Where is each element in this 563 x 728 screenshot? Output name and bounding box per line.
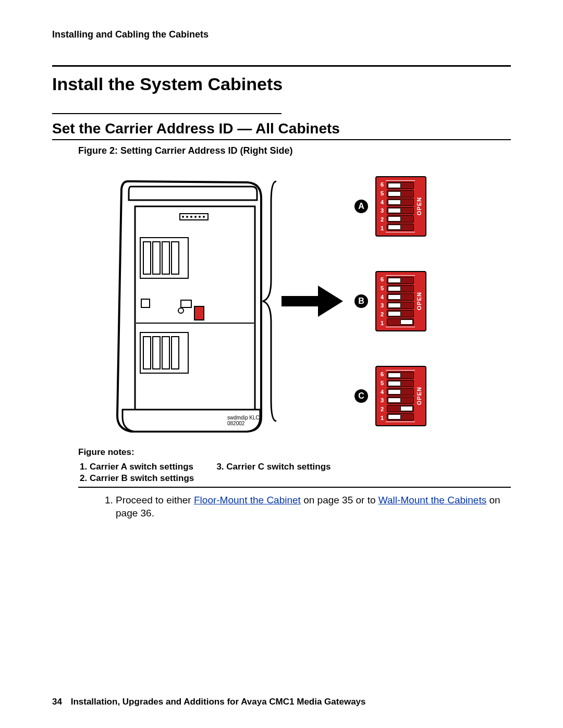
rule-top [52,65,511,67]
figure-notes: Carrier A switch settingsCarrier B switc… [78,462,511,485]
dip-knob [388,191,401,196]
dip-slot-5 [387,190,414,198]
dip-switch-column: A123456OPENB123456OPENC123456OPEN [354,166,459,437]
figure-notes-title: Figure notes: [78,447,511,458]
link-wall-mount[interactable]: Wall-Mount the Cabinets [378,495,486,505]
dip-knob [388,294,401,300]
dip-numbers: 123456 [378,369,386,423]
dip-knob [400,406,413,411]
dip-slot-1 [387,318,414,326]
svg-rect-9 [143,242,151,274]
dip-slot-6 [387,372,414,379]
svg-rect-22 [172,337,179,369]
dip-slot-2 [387,215,414,223]
svg-point-7 [203,216,205,218]
page-number: 34 [52,697,62,707]
carrier-label-a: A [354,200,368,213]
dip-slot-3 [387,302,414,309]
dip-knob [400,319,413,325]
dip-knob [388,200,401,205]
cabinet-illustration: swdmdip KLC 082002 [104,166,271,437]
dip-slot-5 [387,285,414,292]
dip-knob [388,373,401,378]
rule-under-notes [78,487,511,488]
dip-slot-1 [387,224,414,231]
dip-knob [388,381,401,386]
dip-open-label: OPEN [415,179,423,233]
figure-note-item: Carrier A switch settings [90,462,194,472]
dip-slot-2 [387,405,414,412]
dip-row-c: C123456OPEN [354,366,459,426]
dip-sliders [386,180,415,232]
dip-slot-4 [387,388,414,396]
dip-knob [388,208,401,213]
callout-arrow [282,166,344,437]
figure-notes-col2: Carrier C switch settings [215,462,331,485]
dip-slot-4 [387,199,414,206]
cabinet-icon [107,176,268,437]
carrier-label-b: B [354,294,368,308]
figure-note-item: Carrier B switch settings [90,473,194,484]
dip-knob [388,278,401,283]
dip-slot-3 [387,397,414,404]
svg-rect-11 [162,242,169,274]
dip-knob [388,303,401,308]
procedure-step-1: Proceed to either Floor-Mount the Cabine… [116,494,511,520]
dip-slot-3 [387,207,414,214]
procedure-list: Proceed to either Floor-Mount the Cabine… [104,494,511,520]
dip-slot-2 [387,310,414,317]
page-footer: 34 Installation, Upgrades and Additions … [52,697,366,707]
page: Installing and Cabling the Cabinets Inst… [0,0,563,728]
dip-knob [388,183,401,188]
dip-knob [388,286,401,291]
heading-1: Install the System Cabinets [52,74,511,94]
dip-slot-4 [387,293,414,301]
heading-2: Set the Carrier Address ID — All Cabinet… [52,120,511,137]
link-floor-mount[interactable]: Floor-Mount the Cabinet [194,495,301,505]
svg-rect-20 [153,337,160,369]
dip-knob [388,389,401,394]
dip-knob [388,225,401,230]
svg-rect-14 [181,300,191,307]
carrier-label-c: C [354,389,368,403]
dip-open-label: OPEN [415,369,423,423]
dip-sliders [386,275,415,327]
dip-switch-a: 123456OPEN [375,176,426,237]
dip-slot-1 [387,413,414,421]
rule-short [52,113,282,114]
brace-icon [255,171,287,431]
svg-rect-12 [172,242,179,274]
svg-point-6 [199,216,201,218]
svg-point-5 [194,216,197,218]
dip-numbers: 123456 [378,179,386,233]
arrow-right-icon [282,280,344,322]
dip-knob [388,311,401,316]
svg-point-4 [190,216,192,218]
svg-rect-21 [162,337,169,369]
dip-numbers: 123456 [378,274,386,328]
figure-area: swdmdip KLC 082002 A123456OPENB123456OPE… [52,166,511,437]
svg-rect-16 [194,306,204,320]
svg-rect-13 [141,299,150,307]
figure-notes-col1: Carrier A switch settingsCarrier B switc… [78,462,194,485]
svg-point-2 [182,216,184,218]
dip-knob [388,398,401,403]
dip-switch-b: 123456OPEN [375,271,426,331]
figure-caption: Figure 2: Setting Carrier Address ID (Ri… [78,145,511,156]
dip-row-b: B123456OPEN [354,271,459,331]
dip-slot-6 [387,277,414,284]
dip-row-a: A123456OPEN [354,176,459,237]
rule-under-h2 [52,139,511,140]
step1-text-pre: Proceed to either [116,495,194,505]
svg-rect-10 [153,242,160,274]
svg-point-15 [178,308,183,313]
dip-slot-6 [387,182,414,189]
dip-knob [388,216,401,221]
svg-point-3 [186,216,188,218]
dip-switch-c: 123456OPEN [375,366,426,426]
dip-open-label: OPEN [415,274,423,328]
dip-slot-5 [387,380,414,387]
step1-text-mid: on page 35 or to [301,495,378,505]
dip-sliders [386,370,415,422]
dip-knob [388,414,401,419]
